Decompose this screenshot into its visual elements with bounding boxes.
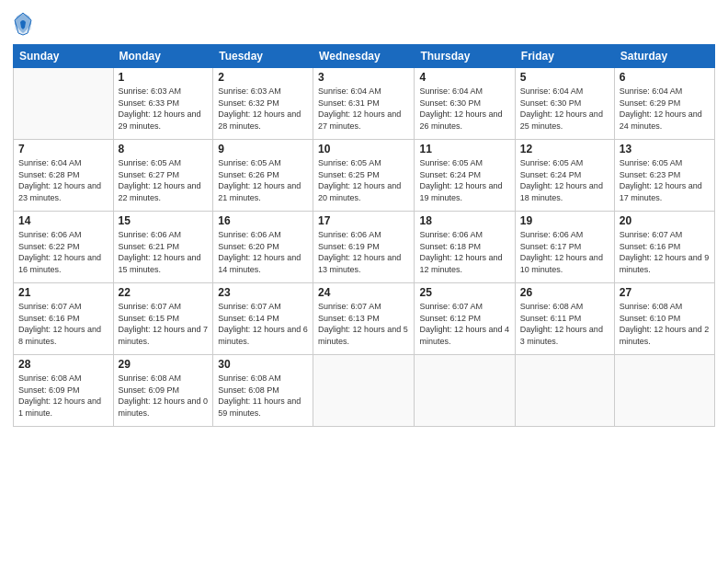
calendar-week-row: 7Sunrise: 6:04 AMSunset: 6:28 PMDaylight… bbox=[14, 140, 715, 212]
calendar-cell: 1Sunrise: 6:03 AMSunset: 6:33 PMDaylight… bbox=[113, 68, 213, 140]
cell-details: Sunrise: 6:06 AMSunset: 6:22 PMDaylight:… bbox=[18, 229, 108, 275]
cell-details: Sunrise: 6:07 AMSunset: 6:12 PMDaylight:… bbox=[419, 301, 509, 347]
day-number: 10 bbox=[318, 143, 409, 155]
cell-details: Sunrise: 6:08 AMSunset: 6:08 PMDaylight:… bbox=[218, 373, 308, 419]
day-number: 17 bbox=[318, 214, 409, 227]
cell-details: Sunrise: 6:04 AMSunset: 6:30 PMDaylight:… bbox=[520, 86, 609, 132]
calendar-cell: 30Sunrise: 6:08 AMSunset: 6:08 PMDayligh… bbox=[213, 355, 313, 427]
calendar-cell: 12Sunrise: 6:05 AMSunset: 6:24 PMDayligh… bbox=[515, 140, 614, 212]
calendar-cell: 28Sunrise: 6:08 AMSunset: 6:09 PMDayligh… bbox=[14, 355, 114, 427]
calendar-cell bbox=[415, 355, 515, 427]
calendar-header: SundayMondayTuesdayWednesdayThursdayFrid… bbox=[14, 45, 715, 68]
cell-details: Sunrise: 6:04 AMSunset: 6:30 PMDaylight:… bbox=[419, 86, 509, 132]
day-number: 22 bbox=[119, 286, 209, 299]
cell-details: Sunrise: 6:06 AMSunset: 6:17 PMDaylight:… bbox=[520, 229, 609, 275]
day-number: 21 bbox=[18, 286, 108, 299]
cell-details: Sunrise: 6:03 AMSunset: 6:33 PMDaylight:… bbox=[119, 86, 209, 132]
header-day: Monday bbox=[113, 45, 213, 68]
header-day: Tuesday bbox=[213, 45, 313, 68]
day-number: 6 bbox=[620, 71, 710, 84]
calendar-cell: 13Sunrise: 6:05 AMSunset: 6:23 PMDayligh… bbox=[614, 140, 714, 212]
calendar-cell: 22Sunrise: 6:07 AMSunset: 6:15 PMDayligh… bbox=[113, 283, 213, 355]
day-number: 7 bbox=[18, 143, 108, 155]
cell-details: Sunrise: 6:06 AMSunset: 6:21 PMDaylight:… bbox=[119, 229, 209, 275]
day-number: 26 bbox=[520, 286, 609, 299]
calendar-cell: 15Sunrise: 6:06 AMSunset: 6:21 PMDayligh… bbox=[113, 212, 213, 283]
calendar-cell: 3Sunrise: 6:04 AMSunset: 6:31 PMDaylight… bbox=[313, 68, 415, 140]
day-number: 4 bbox=[419, 71, 509, 84]
calendar-week-row: 28Sunrise: 6:08 AMSunset: 6:09 PMDayligh… bbox=[14, 355, 715, 427]
calendar-cell: 6Sunrise: 6:04 AMSunset: 6:29 PMDaylight… bbox=[614, 68, 714, 140]
day-number: 2 bbox=[218, 71, 308, 84]
calendar-cell: 29Sunrise: 6:08 AMSunset: 6:09 PMDayligh… bbox=[113, 355, 213, 427]
cell-details: Sunrise: 6:05 AMSunset: 6:24 PMDaylight:… bbox=[520, 157, 609, 203]
day-number: 9 bbox=[218, 143, 308, 155]
cell-details: Sunrise: 6:07 AMSunset: 6:16 PMDaylight:… bbox=[620, 229, 710, 275]
cell-details: Sunrise: 6:07 AMSunset: 6:15 PMDaylight:… bbox=[119, 301, 209, 347]
day-number: 5 bbox=[520, 71, 609, 84]
calendar-cell bbox=[313, 355, 415, 427]
header-day: Friday bbox=[515, 45, 614, 68]
cell-details: Sunrise: 6:04 AMSunset: 6:31 PMDaylight:… bbox=[318, 86, 409, 132]
day-number: 1 bbox=[119, 71, 209, 84]
header-day: Thursday bbox=[415, 45, 515, 68]
calendar-cell bbox=[14, 68, 114, 140]
cell-details: Sunrise: 6:04 AMSunset: 6:28 PMDaylight:… bbox=[18, 157, 108, 203]
header bbox=[13, 9, 715, 37]
cell-details: Sunrise: 6:08 AMSunset: 6:10 PMDaylight:… bbox=[620, 301, 710, 347]
header-day: Sunday bbox=[14, 45, 114, 68]
cell-details: Sunrise: 6:05 AMSunset: 6:24 PMDaylight:… bbox=[419, 157, 509, 203]
calendar-cell bbox=[515, 355, 614, 427]
cell-details: Sunrise: 6:05 AMSunset: 6:25 PMDaylight:… bbox=[318, 157, 409, 203]
day-number: 24 bbox=[318, 286, 409, 299]
day-number: 12 bbox=[520, 143, 609, 155]
cell-details: Sunrise: 6:08 AMSunset: 6:09 PMDaylight:… bbox=[119, 373, 209, 419]
cell-details: Sunrise: 6:08 AMSunset: 6:09 PMDaylight:… bbox=[18, 373, 108, 419]
calendar-table: SundayMondayTuesdayWednesdayThursdayFrid… bbox=[13, 44, 715, 427]
day-number: 19 bbox=[520, 214, 609, 227]
calendar-cell: 9Sunrise: 6:05 AMSunset: 6:26 PMDaylight… bbox=[213, 140, 313, 212]
cell-details: Sunrise: 6:06 AMSunset: 6:19 PMDaylight:… bbox=[318, 229, 409, 275]
header-day: Saturday bbox=[614, 45, 714, 68]
day-number: 28 bbox=[18, 358, 108, 371]
cell-details: Sunrise: 6:08 AMSunset: 6:11 PMDaylight:… bbox=[520, 301, 609, 347]
cell-details: Sunrise: 6:07 AMSunset: 6:13 PMDaylight:… bbox=[318, 301, 409, 347]
cell-details: Sunrise: 6:06 AMSunset: 6:18 PMDaylight:… bbox=[419, 229, 509, 275]
calendar-cell: 20Sunrise: 6:07 AMSunset: 6:16 PMDayligh… bbox=[614, 212, 714, 283]
day-number: 25 bbox=[419, 286, 509, 299]
cell-details: Sunrise: 6:07 AMSunset: 6:16 PMDaylight:… bbox=[18, 301, 108, 347]
header-day: Wednesday bbox=[313, 45, 415, 68]
logo-icon bbox=[13, 11, 33, 37]
cell-details: Sunrise: 6:04 AMSunset: 6:29 PMDaylight:… bbox=[620, 86, 710, 132]
day-number: 14 bbox=[18, 214, 108, 227]
day-number: 3 bbox=[318, 71, 409, 84]
calendar-cell: 24Sunrise: 6:07 AMSunset: 6:13 PMDayligh… bbox=[313, 283, 415, 355]
calendar-week-row: 21Sunrise: 6:07 AMSunset: 6:16 PMDayligh… bbox=[14, 283, 715, 355]
calendar-cell: 27Sunrise: 6:08 AMSunset: 6:10 PMDayligh… bbox=[614, 283, 714, 355]
calendar-cell: 17Sunrise: 6:06 AMSunset: 6:19 PMDayligh… bbox=[313, 212, 415, 283]
header-row: SundayMondayTuesdayWednesdayThursdayFrid… bbox=[14, 45, 715, 68]
calendar-cell: 4Sunrise: 6:04 AMSunset: 6:30 PMDaylight… bbox=[415, 68, 515, 140]
calendar-cell: 19Sunrise: 6:06 AMSunset: 6:17 PMDayligh… bbox=[515, 212, 614, 283]
calendar-cell: 25Sunrise: 6:07 AMSunset: 6:12 PMDayligh… bbox=[415, 283, 515, 355]
day-number: 15 bbox=[119, 214, 209, 227]
day-number: 18 bbox=[419, 214, 509, 227]
calendar-week-row: 1Sunrise: 6:03 AMSunset: 6:33 PMDaylight… bbox=[14, 68, 715, 140]
calendar-cell: 7Sunrise: 6:04 AMSunset: 6:28 PMDaylight… bbox=[14, 140, 114, 212]
calendar-cell: 11Sunrise: 6:05 AMSunset: 6:24 PMDayligh… bbox=[415, 140, 515, 212]
calendar-cell: 21Sunrise: 6:07 AMSunset: 6:16 PMDayligh… bbox=[14, 283, 114, 355]
cell-details: Sunrise: 6:05 AMSunset: 6:27 PMDaylight:… bbox=[119, 157, 209, 203]
day-number: 13 bbox=[620, 143, 710, 155]
cell-details: Sunrise: 6:06 AMSunset: 6:20 PMDaylight:… bbox=[218, 229, 308, 275]
cell-details: Sunrise: 6:03 AMSunset: 6:32 PMDaylight:… bbox=[218, 86, 308, 132]
logo bbox=[13, 13, 35, 37]
calendar-week-row: 14Sunrise: 6:06 AMSunset: 6:22 PMDayligh… bbox=[14, 212, 715, 283]
day-number: 8 bbox=[119, 143, 209, 155]
day-number: 11 bbox=[419, 143, 509, 155]
day-number: 27 bbox=[620, 286, 710, 299]
calendar-cell: 10Sunrise: 6:05 AMSunset: 6:25 PMDayligh… bbox=[313, 140, 415, 212]
calendar-cell: 23Sunrise: 6:07 AMSunset: 6:14 PMDayligh… bbox=[213, 283, 313, 355]
calendar-cell: 5Sunrise: 6:04 AMSunset: 6:30 PMDaylight… bbox=[515, 68, 614, 140]
calendar-cell: 18Sunrise: 6:06 AMSunset: 6:18 PMDayligh… bbox=[415, 212, 515, 283]
calendar-cell: 2Sunrise: 6:03 AMSunset: 6:32 PMDaylight… bbox=[213, 68, 313, 140]
